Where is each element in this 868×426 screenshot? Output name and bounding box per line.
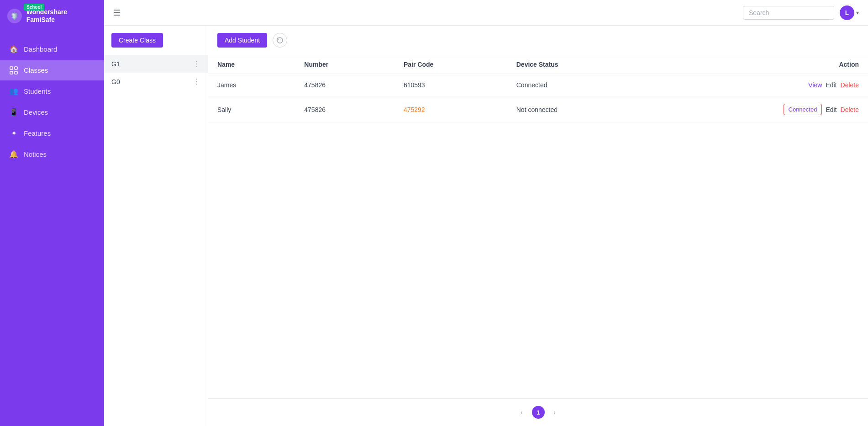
features-icon: ✦ bbox=[9, 129, 18, 138]
students-icon: 👥 bbox=[9, 87, 18, 96]
school-badge: School bbox=[24, 4, 44, 11]
prev-page-button[interactable]: ‹ bbox=[516, 406, 528, 419]
sidebar-item-features[interactable]: ✦ Features bbox=[0, 123, 104, 144]
student-number: 475826 bbox=[295, 74, 395, 96]
more-options-icon[interactable]: ⋮ bbox=[193, 59, 200, 68]
class-name: G0 bbox=[111, 78, 120, 85]
menu-icon[interactable]: ☰ bbox=[113, 8, 121, 18]
action-cell: Connected Edit Delete bbox=[648, 96, 868, 123]
sidebar-item-notices[interactable]: 🔔 Notices bbox=[0, 144, 104, 165]
sidebar: 🛡️ Wondershare FamiSafe School 🏠 Dashboa… bbox=[0, 0, 104, 426]
sidebar-item-label: Devices bbox=[24, 108, 48, 116]
table-row: Sally 475826 475292 Not connected Connec… bbox=[208, 96, 868, 123]
classes-icon bbox=[9, 66, 18, 75]
delete-link[interactable]: Delete bbox=[841, 81, 859, 89]
chevron-down-icon: ▾ bbox=[856, 10, 859, 16]
sidebar-item-label: Dashboard bbox=[24, 45, 57, 53]
svg-rect-2 bbox=[10, 71, 13, 74]
class-name: G1 bbox=[111, 60, 120, 68]
content-area: Create Class G1 ⋮ G0 ⋮ Add Student bbox=[104, 26, 868, 426]
sidebar-item-label: Features bbox=[24, 129, 51, 137]
search-input[interactable] bbox=[743, 6, 834, 20]
pagination: ‹ 1 › bbox=[208, 398, 868, 426]
app-logo: 🛡️ bbox=[7, 9, 22, 23]
col-name: Name bbox=[208, 55, 295, 74]
col-device-status: Device Status bbox=[507, 55, 648, 74]
svg-rect-0 bbox=[10, 67, 13, 69]
notices-icon: 🔔 bbox=[9, 150, 18, 159]
sidebar-header: 🛡️ Wondershare FamiSafe School bbox=[0, 0, 104, 32]
table-row: James 475826 610593 Connected View Edit … bbox=[208, 74, 868, 96]
student-device-status: Not connected bbox=[507, 96, 648, 123]
view-link[interactable]: View bbox=[808, 81, 822, 89]
action-cell: View Edit Delete bbox=[648, 74, 868, 96]
sidebar-nav: 🏠 Dashboard Classes 👥 Students 📱 Devices bbox=[0, 32, 104, 172]
col-action: Action bbox=[648, 55, 868, 74]
create-class-button[interactable]: Create Class bbox=[111, 33, 163, 48]
sidebar-item-label: Students bbox=[24, 87, 51, 95]
sidebar-item-classes[interactable]: Classes bbox=[0, 60, 104, 80]
sidebar-item-devices[interactable]: 📱 Devices bbox=[0, 102, 104, 122]
topbar-right: L ▾ bbox=[743, 5, 859, 20]
topbar-left: ☰ bbox=[113, 8, 121, 18]
devices-icon: 📱 bbox=[9, 108, 18, 117]
col-number: Number bbox=[295, 55, 395, 74]
svg-rect-3 bbox=[15, 71, 17, 74]
students-table: Name Number Pair Code Device Status Acti… bbox=[208, 55, 868, 123]
class-item-g0[interactable]: G0 ⋮ bbox=[104, 73, 208, 91]
sidebar-item-dashboard[interactable]: 🏠 Dashboard bbox=[0, 39, 104, 59]
edit-link[interactable]: Edit bbox=[826, 81, 836, 89]
next-page-button[interactable]: › bbox=[548, 406, 561, 419]
edit-link[interactable]: Edit bbox=[826, 106, 836, 113]
more-options-icon[interactable]: ⋮ bbox=[193, 77, 200, 86]
refresh-button[interactable] bbox=[273, 33, 287, 48]
add-student-button[interactable]: Add Student bbox=[217, 33, 267, 48]
col-pair-code: Pair Code bbox=[395, 55, 507, 74]
student-device-status: Connected bbox=[507, 74, 648, 96]
student-pair-code: 475292 bbox=[395, 96, 507, 123]
classes-panel: Create Class G1 ⋮ G0 ⋮ bbox=[104, 26, 208, 426]
sidebar-item-label: Notices bbox=[24, 150, 47, 158]
student-name: James bbox=[208, 74, 295, 96]
current-page[interactable]: 1 bbox=[532, 406, 545, 419]
topbar: ☰ L ▾ bbox=[104, 0, 868, 26]
avatar[interactable]: L bbox=[840, 5, 854, 20]
dashboard-icon: 🏠 bbox=[9, 45, 18, 54]
refresh-icon bbox=[277, 37, 283, 43]
class-item-g1[interactable]: G1 ⋮ bbox=[104, 55, 208, 73]
connected-button[interactable]: Connected bbox=[784, 104, 822, 115]
avatar-dropdown[interactable]: L ▾ bbox=[840, 5, 859, 20]
sidebar-item-label: Classes bbox=[24, 66, 48, 74]
svg-rect-1 bbox=[15, 67, 17, 69]
student-pair-code: 610593 bbox=[395, 74, 507, 96]
table-toolbar: Add Student bbox=[208, 26, 868, 55]
student-number: 475826 bbox=[295, 96, 395, 123]
student-name: Sally bbox=[208, 96, 295, 123]
table-header-row: Name Number Pair Code Device Status Acti… bbox=[208, 55, 868, 74]
data-table: Name Number Pair Code Device Status Acti… bbox=[208, 55, 868, 398]
main-wrapper: ☰ L ▾ Create Class G1 ⋮ G0 ⋮ A bbox=[104, 0, 868, 426]
delete-link[interactable]: Delete bbox=[841, 106, 859, 113]
table-area: Add Student Name Number Pair Code bbox=[208, 26, 868, 426]
app-title: Wondershare FamiSafe bbox=[26, 8, 97, 24]
sidebar-item-students[interactable]: 👥 Students bbox=[0, 81, 104, 101]
